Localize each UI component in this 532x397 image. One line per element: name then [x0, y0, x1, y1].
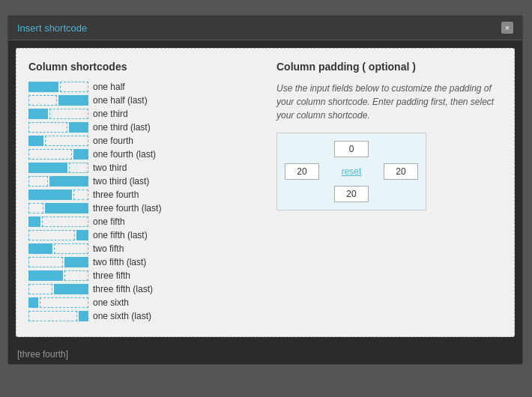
reset-button[interactable]: reset — [342, 166, 362, 177]
right-panel: Column padding ( optional ) Use the inpu… — [276, 61, 502, 324]
padding-right-input[interactable] — [384, 163, 418, 180]
left-panel: Column shortcodes one half — [28, 61, 254, 324]
shortcode-label: one fourth (last) — [93, 149, 156, 160]
shortcode-list: one half one half (last) — [28, 82, 254, 321]
shortcode-label: one half (last) — [93, 95, 148, 106]
list-item[interactable]: one sixth (last) — [28, 311, 254, 321]
padding-bottom-input[interactable] — [334, 186, 369, 202]
col-icon-two-third-last — [28, 176, 88, 187]
list-item[interactable]: three fifth — [28, 270, 254, 281]
col-icon-three-fourth — [28, 190, 88, 200]
shortcode-label: two fifth (last) — [93, 257, 146, 267]
shortcode-label: one sixth (last) — [93, 311, 151, 321]
padding-description: Use the input fields below to customize … — [276, 82, 502, 122]
col-icon-one-fifth — [28, 216, 88, 227]
shortcode-label: three fifth (last) — [93, 284, 153, 294]
list-item[interactable]: three fourth (last) — [28, 203, 254, 213]
col-icon-one-sixth-last — [28, 311, 88, 321]
col-icon-one-fourth-last — [28, 149, 88, 160]
list-item[interactable]: three fourth — [28, 190, 254, 200]
shortcode-label: two fifth — [93, 243, 124, 254]
col-icon-three-fifth-last — [28, 284, 88, 294]
padding-box: reset — [276, 133, 426, 210]
list-item[interactable]: one third (last) — [28, 122, 254, 133]
padding-top-row — [285, 141, 418, 157]
list-item[interactable]: three fifth (last) — [28, 284, 254, 294]
list-item[interactable]: one half (last) — [28, 95, 254, 106]
shortcode-label: two third — [93, 163, 127, 173]
shortcode-label: one half — [93, 82, 125, 92]
shortcode-label: one third (last) — [93, 122, 151, 133]
shortcode-label: one fifth — [93, 216, 125, 227]
col-icon-one-third-last — [28, 122, 88, 133]
list-item[interactable]: one third — [28, 109, 254, 119]
title-prefix: Insert — [17, 22, 44, 34]
bottom-bar-text: [three fourth] — [17, 349, 68, 360]
shortcode-label: one fifth (last) — [93, 230, 148, 240]
list-item[interactable]: one fourth (last) — [28, 149, 254, 160]
list-item[interactable]: one sixth — [28, 297, 254, 308]
title-highlight: shortcode — [44, 22, 87, 34]
shortcode-label: three fourth — [93, 190, 139, 200]
padding-middle-row: reset — [285, 163, 418, 180]
close-button[interactable]: × — [501, 22, 513, 34]
col-icon-three-fifth — [28, 270, 88, 281]
left-panel-title: Column shortcodes — [28, 61, 254, 73]
shortcode-label: one fourth — [93, 136, 133, 146]
bottom-bar: [three fourth] — [8, 345, 522, 364]
shortcode-label: three fourth (last) — [93, 203, 161, 213]
list-item[interactable]: two fifth (last) — [28, 257, 254, 267]
col-icon-one-third — [28, 109, 88, 119]
modal-body: Column shortcodes one half — [16, 48, 515, 337]
col-icon-two-third — [28, 163, 88, 173]
list-item[interactable]: one half — [28, 82, 254, 92]
col-icon-one-half — [28, 82, 88, 92]
padding-bottom-row — [285, 186, 418, 202]
shortcode-label: two third (last) — [93, 176, 149, 187]
right-panel-title: Column padding ( optional ) — [276, 61, 502, 73]
modal-overlay: Insert shortcode × Column shortcodes one… — [0, 0, 532, 397]
list-item[interactable]: one fifth — [28, 216, 254, 227]
list-item[interactable]: two third — [28, 163, 254, 173]
modal-header: Insert shortcode × — [8, 16, 522, 40]
list-item[interactable]: two third (last) — [28, 176, 254, 187]
shortcode-label: one sixth — [93, 297, 129, 308]
col-icon-three-fourth-last — [28, 203, 88, 213]
list-item[interactable]: one fifth (last) — [28, 230, 254, 240]
shortcode-label: three fifth — [93, 270, 130, 281]
modal-title: Insert shortcode — [17, 22, 87, 34]
col-icon-two-fifth — [28, 243, 88, 254]
padding-top-input[interactable] — [334, 141, 369, 157]
padding-left-input[interactable] — [285, 163, 319, 180]
col-icon-one-half-last — [28, 95, 88, 106]
col-icon-one-fourth — [28, 136, 88, 146]
list-item[interactable]: one fourth — [28, 136, 254, 146]
col-icon-two-fifth-last — [28, 257, 88, 267]
modal-dialog: Insert shortcode × Column shortcodes one… — [7, 15, 523, 365]
col-icon-one-fifth-last — [28, 230, 88, 240]
list-item[interactable]: two fifth — [28, 243, 254, 254]
shortcode-label: one third — [93, 109, 128, 119]
col-icon-one-sixth — [28, 297, 88, 308]
